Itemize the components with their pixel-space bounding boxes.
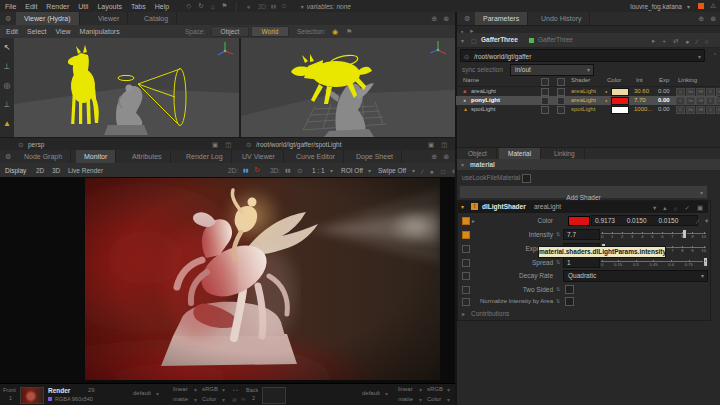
tab-uv-viewer[interactable]: UV Viewer xyxy=(234,150,284,163)
matte-dropdown-back[interactable]: matte xyxy=(398,396,413,402)
solo-checkbox[interactable] xyxy=(557,106,565,114)
exposure-cell[interactable]: 0.00 xyxy=(658,96,670,105)
tab-dope-sheet[interactable]: Dope Sheet xyxy=(348,150,402,163)
display-srgb-dropdown[interactable]: sRGB xyxy=(202,386,218,392)
light-row-arealight[interactable]: ■ areaLight areaLight ● 30.60 0.00 COnOf… xyxy=(456,87,718,96)
mode-2d-button[interactable]: 2D xyxy=(36,167,44,174)
back-buffer-thumbnail[interactable] xyxy=(262,387,286,404)
shader-header-icon[interactable]: ✓ xyxy=(684,204,689,212)
plus-icon[interactable]: ⊕ xyxy=(431,15,437,23)
material-section-header[interactable]: ▾ material xyxy=(457,159,720,171)
tab-curve-editor[interactable]: Curve Editor xyxy=(288,150,344,163)
viewer-menu-item[interactable]: Select xyxy=(27,28,46,35)
col-shader[interactable]: Shader xyxy=(571,77,590,83)
menu-item[interactable]: Edit xyxy=(25,3,37,10)
color-swatch[interactable] xyxy=(611,97,629,105)
variables-dropdown-icon[interactable]: ▾ xyxy=(301,3,304,10)
scene-path-input[interactable]: ⊙ /root/world/lgt/gaffer ▾ xyxy=(460,49,705,62)
shader-cell[interactable]: spotLight xyxy=(571,105,595,114)
tab-parameters[interactable]: Parameters xyxy=(475,12,528,25)
front-buffer-thumbnail[interactable] xyxy=(20,387,44,404)
node-enabled-indicator[interactable] xyxy=(529,38,534,43)
channel-color-dropdown-back[interactable]: Color xyxy=(427,396,441,402)
mute-checkbox[interactable] xyxy=(541,88,549,96)
toolbar-icon[interactable]: ↻ xyxy=(198,2,203,10)
solo-checkbox[interactable] xyxy=(557,88,565,96)
toolbar-icon[interactable]: ⚑ xyxy=(222,2,228,10)
variables-label[interactable]: variables: none xyxy=(307,3,351,10)
viewport-camera-label[interactable]: persp xyxy=(28,141,44,148)
gaffer-node-header[interactable]: ▾ ▢ GafferThree GafferThree ▸+⇄●∕○ xyxy=(457,33,720,48)
mute-checkbox[interactable] xyxy=(541,97,549,105)
linking-button[interactable]: C xyxy=(706,88,715,96)
linking-button[interactable]: On xyxy=(716,88,720,96)
intensity-value-field[interactable]: 7.7 xyxy=(563,229,600,240)
viewport-footer-icon[interactable]: ▣ xyxy=(212,141,218,149)
linking-button[interactable]: C xyxy=(706,106,715,114)
menu-item[interactable]: Help xyxy=(155,3,169,10)
tab-node-graph[interactable]: Node Graph xyxy=(16,150,71,163)
menu-item[interactable]: Render xyxy=(46,3,69,10)
shader-header[interactable]: ▾ ! dlLightShader areaLight ▾▴○✓▣ xyxy=(458,201,708,213)
shader-header-icon[interactable]: ○ xyxy=(674,205,678,212)
contributions-label[interactable]: Contributions xyxy=(471,310,509,317)
curve-linear-dropdown[interactable]: linear xyxy=(173,386,188,392)
dropdown-icon[interactable]: ▾ xyxy=(156,390,159,397)
linking-button[interactable]: Off xyxy=(696,88,705,96)
col-int[interactable]: Int xyxy=(636,77,643,83)
dropdown-icon[interactable]: ▾ xyxy=(419,396,422,403)
dropdown-icon[interactable]: ▾ xyxy=(222,386,225,393)
viewer-menu-item[interactable]: Manipulators xyxy=(80,28,120,35)
node-header-icon[interactable]: ⇄ xyxy=(673,37,678,45)
intensity-cell[interactable]: 30.60 xyxy=(634,87,649,96)
tab-undo-history[interactable]: Undo History xyxy=(533,12,590,25)
exposure-cell[interactable]: 0.00 xyxy=(658,87,670,96)
viewer-menu-item[interactable]: View xyxy=(56,28,71,35)
matte-dropdown[interactable]: matte xyxy=(173,396,188,402)
dropdown-icon[interactable]: ▾ xyxy=(419,386,422,393)
stop-3d-icon[interactable]: ⊙ xyxy=(297,167,302,175)
compare-off-icon[interactable]: ⊘ xyxy=(232,396,237,403)
viewport-footer-icon[interactable]: ◫ xyxy=(441,141,447,149)
display-srgb-dropdown-back[interactable]: sRGB xyxy=(427,386,443,392)
viewport-left-persp[interactable] xyxy=(14,38,239,137)
toolbar-icon[interactable]: ⌂ xyxy=(211,3,215,10)
node-header-icon[interactable]: ▸ xyxy=(652,37,655,45)
channel-color-dropdown[interactable]: Color xyxy=(202,396,216,402)
roi-dropdown-icon[interactable]: ▾ xyxy=(368,167,371,174)
project-filename[interactable]: louvre_fog.katana xyxy=(630,3,682,10)
linking-button[interactable]: On xyxy=(686,106,695,114)
linking-button[interactable]: On xyxy=(716,106,720,114)
monitor-tool-icon[interactable]: □ xyxy=(441,168,445,175)
linking-button[interactable]: On xyxy=(686,97,695,105)
close-icon[interactable]: ⊗ xyxy=(710,15,716,23)
linking-button[interactable]: C xyxy=(706,97,715,105)
col-name[interactable]: Name xyxy=(463,77,479,83)
dropdown-icon[interactable]: ▾ xyxy=(222,396,225,403)
location-icon[interactable]: ⊙ xyxy=(246,141,251,149)
viewport-look-through-path[interactable]: /root/world/lgt/gaffer/spotLight xyxy=(256,141,342,148)
camera-icon[interactable]: ⊙ xyxy=(18,141,23,149)
mute-checkbox[interactable] xyxy=(541,106,549,114)
add-shader-button[interactable]: Add Shader ▾ xyxy=(459,185,708,199)
space-object-button[interactable]: Object xyxy=(211,26,249,37)
plus-icon[interactable]: ⊕ xyxy=(698,15,704,23)
shader-name-value[interactable]: areaLight xyxy=(534,203,561,210)
uselookfile-checkbox[interactable] xyxy=(522,174,531,183)
spinner-icon[interactable]: ⇅ xyxy=(556,286,560,292)
tab-monitor[interactable]: Monitor xyxy=(76,150,116,163)
intensity-slider[interactable]: 012345678910 xyxy=(601,229,706,241)
path-dropdown-icon[interactable]: ▾ xyxy=(698,52,701,62)
color-r-value[interactable]: 0.9173 xyxy=(595,217,615,224)
dropdown-icon[interactable]: ▾ xyxy=(385,390,388,397)
param-row-icon[interactable]: ∕ xyxy=(697,218,698,225)
viewport-tool-icon[interactable]: ⊥ xyxy=(0,100,14,109)
linking-button[interactable]: C xyxy=(676,106,685,114)
node-header-icon[interactable]: ∕ xyxy=(696,38,697,45)
color-b-value[interactable]: 0.0150 xyxy=(658,217,678,224)
zoom-dropdown-icon[interactable]: ▾ xyxy=(330,167,333,174)
linking-button[interactable]: C xyxy=(676,88,685,96)
lut-default-dropdown[interactable]: default xyxy=(133,390,151,396)
lut-default-dropdown-back[interactable]: default xyxy=(362,390,380,396)
toolbar-icon[interactable]: ◇ xyxy=(186,2,191,10)
